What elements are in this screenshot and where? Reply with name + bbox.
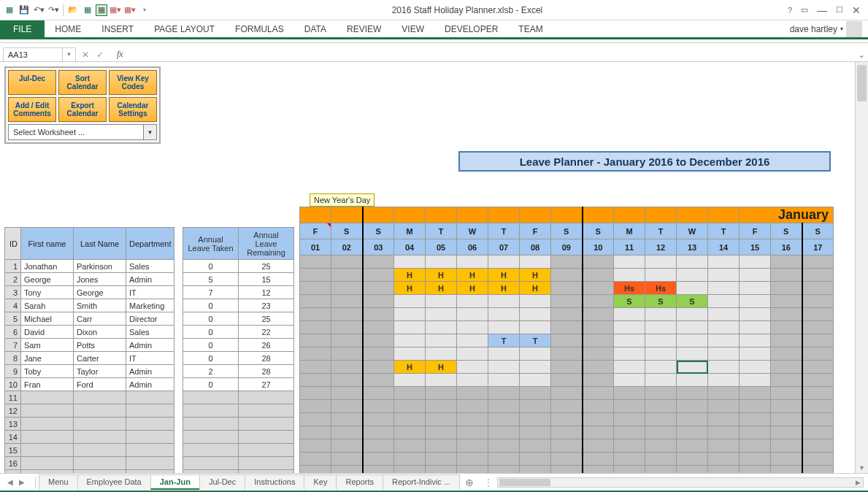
calendar-cell[interactable]	[551, 334, 583, 347]
calendar-cell[interactable]	[426, 413, 457, 426]
name-box-dropdown[interactable]: ▼	[63, 47, 76, 62]
ribbon-tab-formulas[interactable]: FORMULAS	[225, 20, 294, 37]
table-row[interactable]	[183, 404, 294, 418]
calendar-cell[interactable]	[677, 453, 708, 466]
calendar-cell[interactable]	[708, 308, 740, 321]
calendar-cell[interactable]	[583, 308, 614, 321]
calendar-cell[interactable]	[520, 347, 551, 361]
calendar-cell[interactable]	[331, 466, 363, 474]
calendar-cell[interactable]	[677, 426, 708, 439]
calendar-cell[interactable]	[363, 400, 394, 413]
calendar-cell[interactable]	[300, 295, 331, 308]
table-row[interactable]: 14	[5, 431, 174, 444]
calendar-cell[interactable]	[740, 374, 771, 387]
calendar-cell[interactable]: H	[520, 282, 551, 295]
calendar-cell[interactable]	[300, 453, 331, 466]
calendar-cell[interactable]	[394, 255, 426, 269]
calendar-cell[interactable]	[740, 269, 771, 282]
table-row[interactable]: 7SamPottsAdmin	[5, 339, 174, 352]
table-row[interactable]: 15	[5, 444, 174, 457]
calendar-cell[interactable]	[551, 400, 583, 413]
qat-icon-1[interactable]: ▦	[81, 4, 94, 17]
calendar-cell[interactable]	[394, 466, 426, 474]
calendar-cell[interactable]	[583, 387, 614, 400]
calendar-cell[interactable]	[551, 413, 583, 426]
calendar-cell[interactable]	[426, 308, 457, 321]
tab-nav-next-icon[interactable]: ▶	[19, 478, 25, 486]
calendar-cell[interactable]	[771, 387, 802, 400]
calendar-cell[interactable]	[457, 413, 488, 426]
calendar-cell[interactable]	[426, 466, 457, 474]
calendar-cell[interactable]	[457, 255, 488, 269]
calendar-cell[interactable]	[614, 400, 645, 413]
calendar-cell[interactable]	[551, 255, 583, 269]
calendar-cell[interactable]	[520, 453, 551, 466]
calendar-cell[interactable]	[645, 426, 677, 439]
calendar-cell[interactable]	[614, 413, 645, 426]
sheet-tab[interactable]: Instructions	[245, 474, 304, 490]
calendar-cell[interactable]: T	[488, 334, 520, 347]
calendar-cell[interactable]: H	[488, 269, 520, 282]
calendar-cell[interactable]	[331, 439, 363, 453]
calendar-row[interactable]	[300, 347, 834, 361]
calendar-cell[interactable]	[708, 295, 740, 308]
calendar-cell[interactable]	[457, 334, 488, 347]
add-sheet-icon[interactable]: ⊕	[459, 477, 480, 488]
calendar-cell[interactable]	[426, 334, 457, 347]
calendar-cell[interactable]: S	[677, 295, 708, 308]
table-row[interactable]	[183, 391, 294, 404]
calendar-cell[interactable]	[740, 387, 771, 400]
calendar-cell[interactable]	[331, 255, 363, 269]
calendar-cell[interactable]	[551, 439, 583, 453]
minimize-icon[interactable]: —	[817, 4, 827, 16]
calendar-row[interactable]: HHHHHHsHs	[300, 282, 834, 295]
calendar-cell[interactable]	[614, 453, 645, 466]
table-row[interactable]	[183, 444, 294, 457]
calendar-cell[interactable]	[363, 269, 394, 282]
calendar-cell[interactable]	[426, 400, 457, 413]
calendar-cell[interactable]	[677, 374, 708, 387]
calendar-cell[interactable]	[488, 387, 520, 400]
calendar-cell[interactable]	[583, 347, 614, 361]
calendar-row[interactable]	[300, 321, 834, 334]
calendar-row[interactable]	[300, 308, 834, 321]
calendar-cell[interactable]	[677, 321, 708, 334]
calendar-cell[interactable]	[583, 269, 614, 282]
calendar-cell[interactable]	[708, 334, 740, 347]
calendar-cell[interactable]	[520, 426, 551, 439]
sheet-tab[interactable]: Employee Data	[77, 474, 151, 490]
table-row[interactable]: 10FranFordAdmin	[5, 378, 174, 391]
calendar-cell[interactable]	[363, 295, 394, 308]
calendar-cell[interactable]	[520, 295, 551, 308]
calendar-cell[interactable]	[331, 308, 363, 321]
ribbon-tab-review[interactable]: REVIEW	[337, 20, 391, 37]
calendar-cell[interactable]: H	[426, 361, 457, 374]
calendar-cell[interactable]	[614, 426, 645, 439]
calendar-cell[interactable]	[300, 439, 331, 453]
ribbon-tab-page-layout[interactable]: PAGE LAYOUT	[144, 20, 225, 37]
qat-icon-4[interactable]: ▦▾	[123, 4, 137, 17]
calendar-cell[interactable]: H	[457, 269, 488, 282]
calendar-cell[interactable]	[645, 255, 677, 269]
calendar-cell[interactable]	[394, 439, 426, 453]
calendar-cell[interactable]	[802, 439, 834, 453]
calendar-cell[interactable]	[520, 413, 551, 426]
table-row[interactable]: 025	[183, 312, 294, 326]
calendar-cell[interactable]	[583, 439, 614, 453]
calendar-cell[interactable]	[300, 400, 331, 413]
calendar-cell[interactable]	[551, 269, 583, 282]
calendar-cell[interactable]	[363, 413, 394, 426]
calendar-cell[interactable]	[614, 439, 645, 453]
table-row[interactable]: 5MichaelCarrDirector	[5, 312, 174, 326]
ribbon-tab-team[interactable]: TEAM	[508, 20, 553, 37]
calendar-cell[interactable]	[363, 439, 394, 453]
calendar-cell[interactable]	[457, 466, 488, 474]
qat-customize-icon[interactable]: ▾	[138, 4, 151, 17]
calendar-cell[interactable]	[363, 308, 394, 321]
sheet-tab[interactable]: Menu	[39, 474, 78, 490]
calendar-row[interactable]	[300, 374, 834, 387]
calendar-cell[interactable]	[802, 453, 834, 466]
calendar-cell[interactable]	[488, 374, 520, 387]
calendar-cell[interactable]	[708, 269, 740, 282]
calendar-cell[interactable]	[708, 374, 740, 387]
